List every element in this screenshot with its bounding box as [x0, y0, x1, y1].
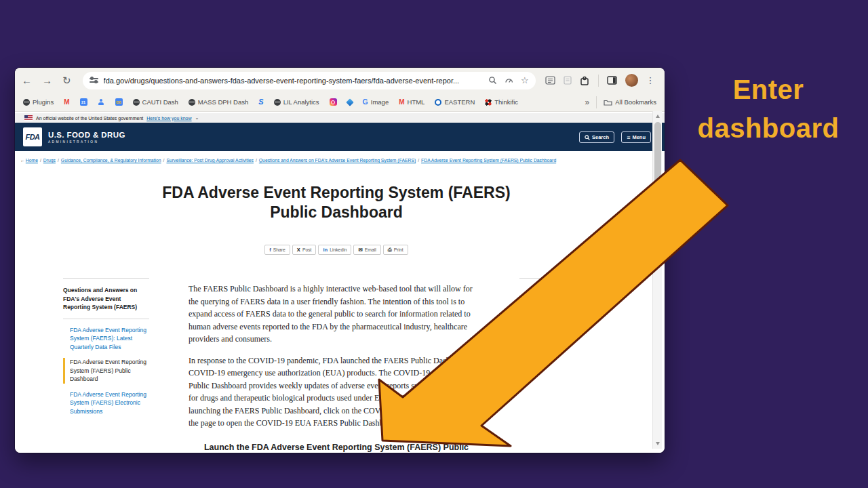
chrome-menu-icon[interactable]: ⋮ [646, 75, 655, 85]
bookmark-star-icon[interactable]: ☆ [521, 76, 529, 85]
breadcrumb-link[interactable]: Home [26, 158, 38, 163]
s-icon: S [258, 98, 263, 106]
share-button-linkedin[interactable]: inLinkedin [318, 245, 351, 255]
breadcrumb-link[interactable]: FDA Adverse Event Reporting System (FAER… [421, 158, 556, 163]
gov-banner: An official website of the United States… [15, 113, 665, 123]
bookmark-item[interactable]: CAUTI Dash [133, 98, 178, 106]
back-icon[interactable]: ← [22, 75, 32, 85]
bookmark-label: EASTERN [444, 98, 475, 106]
share-icon: f [269, 247, 271, 253]
hamburger-icon: ≡ [627, 134, 630, 141]
sidebar-item[interactable]: FDA Adverse Event Reporting System (FAER… [63, 326, 149, 352]
bookmark-item[interactable]: 21 [80, 98, 87, 106]
scrollbar-down-icon[interactable] [656, 442, 660, 445]
bookmark-item[interactable]: MASS DPH Dash [189, 98, 248, 106]
bookmark-item[interactable]: M [64, 98, 69, 106]
profile-avatar[interactable] [625, 74, 638, 87]
bookmark-item[interactable]: GB [115, 98, 123, 106]
header-search-button[interactable]: Search [579, 131, 614, 143]
side-panel-icon[interactable] [607, 76, 617, 85]
zoom-icon[interactable] [488, 76, 497, 85]
scrollbar-up-icon[interactable] [656, 115, 660, 118]
bookmark-item[interactable] [330, 98, 337, 106]
instagram-icon [330, 98, 337, 106]
bookmark-item[interactable]: Plugins [23, 98, 54, 106]
fda-header: FDA U.S. FOOD & DRUG ADMINISTRATION Sear… [15, 123, 665, 151]
url-text: fda.gov/drugs/questions-and-answers-fdas… [104, 77, 483, 85]
address-bar[interactable]: fda.gov/drugs/questions-and-answers-fdas… [83, 72, 536, 89]
page-title-line2: Public Dashboard [126, 203, 547, 222]
browser-window: ← → ↻ fda.gov/drugs/questions-and-answer… [15, 68, 665, 453]
page-title-line1: FDA Adverse Event Reporting System (FAER… [126, 183, 547, 203]
header-menu-button[interactable]: ≡ Menu [621, 131, 651, 143]
sidebar-item[interactable]: FDA Adverse Event Reporting System (FAER… [63, 390, 149, 416]
bookmark-label: LIL Analytics [283, 98, 319, 106]
scrollbar-thumb[interactable] [654, 122, 661, 218]
fda-brand-line1: U.S. FOOD & DRUG [48, 131, 125, 139]
sidebar-nav: Questions and Answers on FDA's Adverse E… [63, 278, 149, 422]
all-bookmarks-button[interactable]: All Bookmarks [604, 98, 656, 106]
gov-banner-text: An official website of the United States… [36, 116, 143, 121]
main-column: The FAERS Public Dashboard is a highly i… [189, 278, 484, 453]
share-button-label: Linkedin [330, 247, 347, 252]
gov-banner-link[interactable]: Here's how you know [146, 116, 191, 121]
share-buttons-row: fShareXPostinLinkedin✉Email⎙Print [126, 245, 547, 255]
us-flag-icon [24, 115, 33, 121]
bookmark-item[interactable]: GImage [363, 98, 389, 106]
fda-logo[interactable]: FDA [23, 127, 42, 146]
gmail-icon: M [64, 98, 69, 106]
toolbar-divider [598, 75, 599, 87]
breadcrumb-link[interactable]: Questions and Answers on FDA's Adverse E… [259, 158, 416, 163]
document-icon[interactable] [564, 76, 572, 85]
annotation-line1: Enter [678, 70, 859, 109]
annotation-text: Enter dashboard [678, 70, 859, 148]
bookmark-label: Image [371, 98, 389, 106]
share-button-print[interactable]: ⎙Print [383, 245, 408, 255]
bookmark-label: MASS DPH Dash [198, 98, 248, 106]
bookmarks-overflow-icon[interactable]: » [585, 98, 590, 107]
breadcrumb-link[interactable]: Guidance, Compliance, & Regulatory Infor… [61, 158, 161, 163]
bookmark-label: HTML [408, 98, 425, 106]
reload-icon[interactable]: ↻ [62, 75, 71, 85]
all-bookmarks-label: All Bookmarks [615, 98, 656, 106]
google-g-icon: G [363, 98, 368, 106]
forward-icon[interactable]: → [42, 75, 52, 85]
eastern-icon [435, 99, 441, 106]
share-button-post[interactable]: XPost [292, 245, 317, 255]
site-settings-icon[interactable] [90, 76, 98, 85]
breadcrumb-link[interactable]: Drugs [43, 158, 56, 163]
bookmark-item[interactable] [98, 98, 105, 106]
globe-icon [133, 99, 140, 106]
bookmark-item[interactable]: LIL Analytics [274, 98, 319, 106]
globe-icon [189, 99, 195, 106]
sidebar-item-active[interactable]: FDA Adverse Event Reporting System (FAER… [63, 358, 149, 384]
content-current-label: Content current as of: [529, 288, 614, 294]
page-content: FDA Adverse Event Reporting System (FAER… [15, 165, 665, 453]
bookmark-label: Thinkific [494, 98, 518, 106]
breadcrumb: ←Home/Drugs/Guidance, Compliance, & Regu… [15, 151, 665, 165]
page-insights-icon[interactable] [505, 76, 513, 85]
share-button-email[interactable]: ✉Email [353, 245, 380, 255]
breadcrumb-link[interactable]: Surveillance: Post Drug-Approval Activit… [166, 158, 253, 163]
right-rail: Content current as of: [519, 278, 614, 294]
extensions-puzzle-icon[interactable] [580, 76, 590, 85]
launch-heading: Launch the FDA Adverse Event Reporting S… [189, 441, 484, 453]
bookmark-item[interactable]: Thinkific [485, 98, 518, 106]
bookmark-label: CAUTI Dash [142, 98, 178, 106]
reading-list-icon[interactable] [545, 76, 555, 85]
share-button-label: Email [365, 247, 376, 252]
bookmarks-divider [596, 96, 597, 108]
bookmark-item[interactable]: MHTML [399, 98, 425, 106]
bookmarks-bar: PluginsM21GBCAUTI DashMASS DPH DashSLIL … [15, 93, 665, 112]
bookmark-item[interactable]: S [258, 98, 263, 106]
page-scrollbar[interactable] [652, 111, 662, 449]
bookmark-label: Plugins [33, 98, 54, 106]
share-button-share[interactable]: fShare [264, 245, 290, 255]
breadcrumb-separator: / [40, 158, 41, 163]
contacts-icon [98, 98, 105, 106]
gov-banner-chevron-icon: ⌄ [195, 115, 199, 121]
breadcrumb-separator: / [256, 158, 257, 163]
linkedin-icon: in [323, 247, 328, 253]
bookmark-item[interactable]: EASTERN [435, 98, 475, 106]
bookmark-item[interactable] [347, 100, 353, 105]
